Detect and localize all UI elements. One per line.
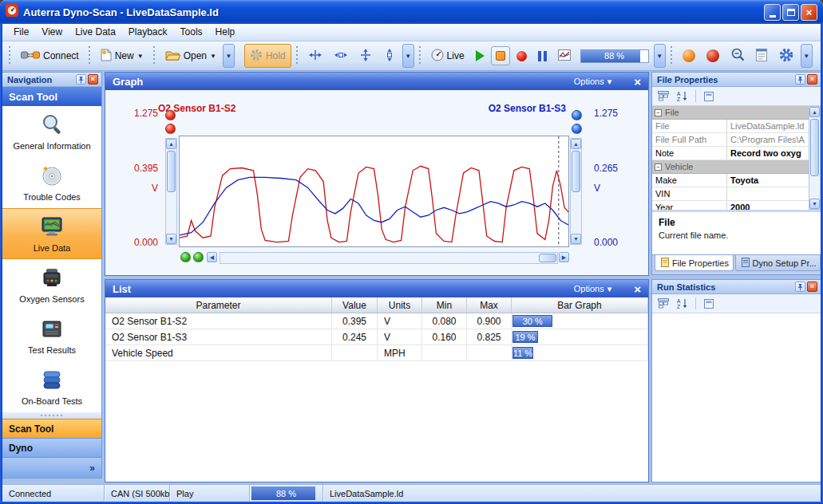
property-category-file[interactable]: −File	[652, 106, 809, 120]
group-button-dyno[interactable]: Dyno	[2, 438, 101, 457]
record-button[interactable]	[512, 44, 532, 68]
categorized-view-button[interactable]	[655, 89, 672, 104]
property-pages-button[interactable]	[700, 296, 718, 311]
table-row[interactable]: Vehicle Speed MPH 11 %	[105, 345, 648, 361]
property-row[interactable]: File Full Path C:\Program Files\A	[652, 133, 809, 147]
column-header-parameter[interactable]: Parameter	[105, 297, 332, 313]
property-row[interactable]: Note Record two oxyg	[652, 147, 809, 160]
connect-button[interactable]: Connect	[16, 44, 84, 68]
alphabetical-sort-button[interactable]: AZ	[674, 89, 691, 104]
scroll-down-button[interactable]: ▼	[166, 234, 176, 244]
title-bar[interactable]: Auterra Dyno-Scan - LiveDataSample.ld ×	[0, 0, 823, 24]
stop-button[interactable]	[491, 46, 510, 65]
scrollbar-thumb[interactable]	[810, 119, 819, 176]
graph-options-button[interactable]: Options ▾	[574, 77, 611, 87]
scroll-right-button[interactable]: ▶	[559, 252, 569, 262]
scroll-up-button[interactable]: ▲	[809, 107, 820, 117]
table-row[interactable]: O2 Sensor B1-S2 0.395 V 0.080 0.900 30 %	[105, 313, 648, 329]
close-icon[interactable]: ×	[807, 282, 817, 292]
group-overflow-button[interactable]: »	[2, 457, 101, 478]
table-row[interactable]: O2 Sensor B1-S3 0.245 V 0.160 0.825 19 %	[105, 329, 648, 345]
zoom-x-axis-button[interactable]	[303, 44, 327, 68]
right-axis-scrollbar[interactable]: ▲ ▼	[570, 138, 582, 245]
close-icon[interactable]: ×	[88, 74, 98, 85]
toolbar-grip[interactable]	[8, 45, 12, 66]
pause-button[interactable]	[533, 44, 552, 68]
right-series-marker-button[interactable]	[572, 124, 582, 134]
open-button[interactable]: Open ▼	[160, 44, 221, 68]
menu-live-data[interactable]: Live Data	[69, 24, 122, 41]
property-grid-scrollbar[interactable]: ▲ ▼	[809, 106, 821, 210]
pan-left-button[interactable]	[180, 252, 191, 262]
time-scrollbar[interactable]	[220, 252, 558, 264]
menu-tools[interactable]: Tools	[174, 24, 209, 41]
close-icon[interactable]: ×	[807, 74, 817, 85]
sidebar-item-general-information[interactable]: General Information	[2, 106, 101, 157]
snapshot-button[interactable]	[553, 44, 576, 68]
toolbar-grip[interactable]	[152, 45, 156, 66]
tab-dyno-setup[interactable]: Dyno Setup Pr...	[735, 255, 821, 271]
minimize-button[interactable]	[764, 4, 781, 21]
column-header-min[interactable]: Min	[422, 297, 467, 313]
column-header-value[interactable]: Value	[332, 297, 378, 313]
pin-icon[interactable]	[795, 74, 805, 85]
zoom-out-button[interactable]	[726, 44, 750, 68]
report-button[interactable]	[751, 44, 772, 68]
collapse-icon[interactable]: −	[655, 109, 662, 116]
graph-plot-area[interactable]	[179, 136, 569, 247]
list-close-button[interactable]: ×	[634, 283, 641, 295]
toolbar-grip[interactable]	[670, 45, 674, 66]
nav-splitter-grip[interactable]	[2, 412, 101, 419]
settings-button[interactable]	[774, 44, 799, 68]
tab-file-properties[interactable]: File Properties	[655, 255, 734, 271]
red-ball-button[interactable]	[702, 44, 724, 68]
live-button[interactable]: Live	[426, 44, 469, 68]
orange-ball-button[interactable]	[678, 44, 700, 68]
scroll-up-button[interactable]: ▲	[166, 139, 176, 149]
property-pages-button[interactable]	[700, 89, 718, 104]
sidebar-item-trouble-codes[interactable]: Trouble Codes	[2, 157, 101, 208]
sidebar-item-test-results[interactable]: Test Results	[2, 310, 101, 361]
categorized-view-button[interactable]	[655, 296, 672, 311]
toolbar-overflow-dropdown[interactable]: ▼	[223, 44, 235, 68]
sidebar-item-live-data[interactable]: Live Data	[2, 208, 101, 259]
toolbar-grip[interactable]	[88, 45, 92, 66]
axis-tools-dropdown[interactable]: ▼	[402, 44, 414, 68]
property-category-vehicle[interactable]: −Vehicle	[652, 160, 809, 174]
column-header-max[interactable]: Max	[467, 297, 512, 313]
pin-icon[interactable]	[795, 282, 805, 292]
left-series-marker-button[interactable]	[165, 110, 176, 120]
pan-right-button[interactable]	[193, 252, 204, 262]
property-row[interactable]: VIN	[652, 187, 809, 201]
playback-tools-dropdown[interactable]: ▼	[654, 44, 666, 68]
toolbar-grip[interactable]	[295, 45, 299, 66]
left-axis-scrollbar[interactable]: ▲ ▼	[165, 138, 177, 245]
zoom-y-axis-button[interactable]	[354, 44, 377, 68]
pan-x-axis-button[interactable]	[329, 44, 353, 68]
menu-view[interactable]: View	[35, 24, 69, 41]
maximize-button[interactable]	[782, 4, 799, 21]
alphabetical-sort-button[interactable]: AZ	[674, 296, 691, 311]
collapse-icon[interactable]: −	[655, 163, 662, 171]
left-series-marker-button[interactable]	[165, 124, 176, 134]
column-header-bar-graph[interactable]: Bar Graph	[512, 297, 648, 313]
hold-button[interactable]: Hold	[244, 44, 291, 68]
menu-help[interactable]: Help	[209, 24, 242, 41]
scroll-down-button[interactable]: ▼	[809, 199, 820, 209]
pan-y-axis-button[interactable]	[378, 44, 401, 68]
sidebar-item-on-board-tests[interactable]: On-Board Tests	[2, 361, 101, 412]
property-row[interactable]: Year 2000	[652, 201, 809, 210]
group-button-scan-tool[interactable]: Scan Tool	[2, 419, 101, 438]
scroll-up-button[interactable]: ▲	[571, 139, 581, 149]
column-header-units[interactable]: Units	[378, 297, 422, 313]
right-series-marker-button[interactable]	[572, 110, 582, 120]
scrollbar-thumb[interactable]	[539, 254, 556, 262]
scroll-down-button[interactable]: ▼	[571, 234, 581, 244]
menu-playback[interactable]: Playback	[122, 24, 174, 41]
scroll-left-button[interactable]: ◀	[207, 252, 217, 262]
tools-dropdown[interactable]: ▼	[801, 44, 813, 68]
graph-close-button[interactable]: ×	[634, 76, 641, 88]
menu-file[interactable]: File	[7, 24, 35, 41]
play-button[interactable]	[471, 44, 489, 68]
scrollbar-thumb[interactable]	[572, 151, 580, 192]
